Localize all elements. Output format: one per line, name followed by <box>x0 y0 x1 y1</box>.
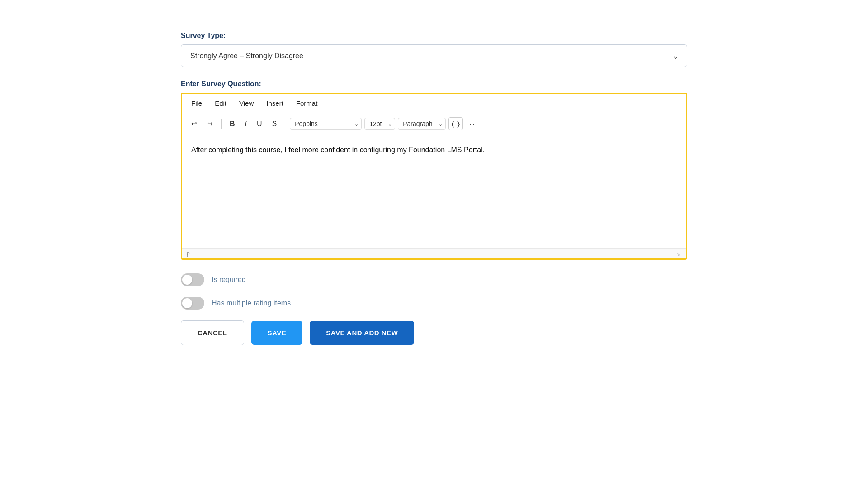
rich-text-editor: File Edit View Insert Format ↩ ↪ B I U S… <box>181 93 687 260</box>
undo-button[interactable]: ↩ <box>188 117 201 130</box>
survey-type-select[interactable]: Strongly Agree – Strongly Disagree Yes /… <box>181 44 687 67</box>
save-button[interactable]: SAVE <box>251 321 303 345</box>
editor-toolbar: ↩ ↪ B I U S Poppins Arial Times New Roma… <box>182 113 686 135</box>
more-icon: ⋯ <box>469 119 478 128</box>
toggle-slider-required <box>181 273 204 286</box>
is-required-toggle[interactable] <box>181 273 204 286</box>
font-size-select[interactable]: 12pt 10pt 14pt 16pt 18pt <box>364 118 395 130</box>
menu-insert[interactable]: Insert <box>264 99 285 108</box>
undo-icon: ↩ <box>191 120 197 128</box>
menu-view[interactable]: View <box>237 99 255 108</box>
redo-icon: ↪ <box>207 120 213 128</box>
cancel-button[interactable]: CANCEL <box>181 320 244 345</box>
has-multiple-rating-label: Has multiple rating items <box>212 299 291 307</box>
menu-edit[interactable]: Edit <box>213 99 228 108</box>
is-required-row: Is required <box>181 273 687 286</box>
toolbar-divider-2 <box>285 119 285 129</box>
editor-text: After completing this course, I feel mor… <box>191 146 485 154</box>
font-family-dropdown: Poppins Arial Times New Roman ⌄ <box>290 118 362 130</box>
form-container: Survey Type: Strongly Agree – Strongly D… <box>181 18 687 359</box>
underline-button[interactable]: U <box>253 117 266 130</box>
editor-status-bar: p ↘ <box>182 248 686 258</box>
editor-status-char: p <box>187 250 190 257</box>
enter-question-label: Enter Survey Question: <box>181 80 687 88</box>
menu-file[interactable]: File <box>189 99 204 108</box>
strikethrough-button[interactable]: S <box>269 117 281 130</box>
is-required-label: Is required <box>212 276 246 284</box>
paragraph-select[interactable]: Paragraph Heading 1 Heading 2 <box>398 118 446 130</box>
paragraph-dropdown: Paragraph Heading 1 Heading 2 ⌄ <box>398 118 446 130</box>
code-button[interactable]: ❬❭ <box>448 117 463 130</box>
italic-button[interactable]: I <box>241 117 250 130</box>
toggle-slider-multiple <box>181 297 204 310</box>
has-multiple-rating-toggle[interactable] <box>181 297 204 310</box>
font-family-select[interactable]: Poppins Arial Times New Roman <box>290 118 362 130</box>
save-and-add-new-button[interactable]: SAVE AND ADD NEW <box>310 321 414 345</box>
survey-type-wrapper: Strongly Agree – Strongly Disagree Yes /… <box>181 44 687 67</box>
bold-button[interactable]: B <box>226 117 239 130</box>
font-size-dropdown: 12pt 10pt 14pt 16pt 18pt ⌄ <box>364 118 395 130</box>
redo-button[interactable]: ↪ <box>203 117 217 130</box>
more-options-button[interactable]: ⋯ <box>466 117 482 131</box>
action-buttons-row: CANCEL SAVE SAVE AND ADD NEW <box>181 320 687 345</box>
editor-content-area[interactable]: After completing this course, I feel mor… <box>182 135 686 248</box>
code-icon: ❬❭ <box>450 120 461 127</box>
menu-format[interactable]: Format <box>294 99 320 108</box>
survey-type-label: Survey Type: <box>181 32 687 40</box>
editor-menu-bar: File Edit View Insert Format <box>182 94 686 113</box>
toolbar-divider-1 <box>221 119 222 129</box>
has-multiple-rating-row: Has multiple rating items <box>181 297 687 310</box>
resize-handle[interactable]: ↘ <box>676 251 681 256</box>
